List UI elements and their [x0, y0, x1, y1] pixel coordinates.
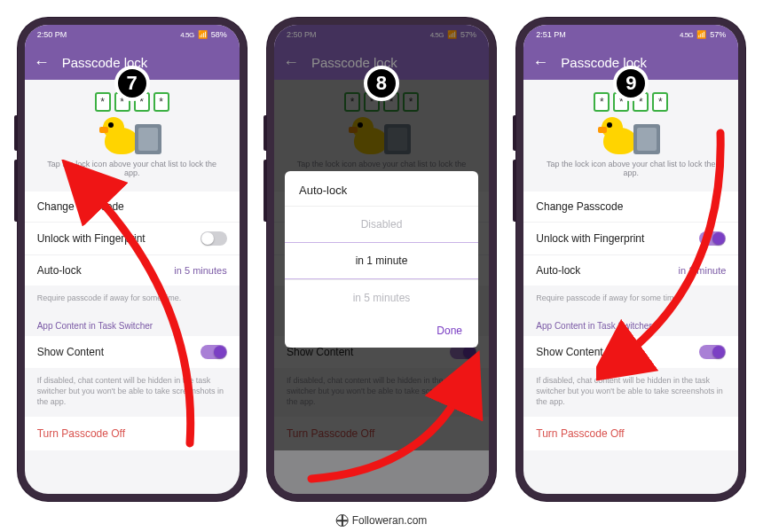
show-content-subtext: If disabled, chat content will be hidden… [25, 368, 240, 416]
autolock-dialog: Auto-lock Disabled in 1 minute in 5 minu… [285, 171, 478, 348]
autolock-row[interactable]: Auto-lock in 5 minutes [25, 255, 240, 286]
step-badge: 7 [114, 66, 150, 101]
show-content-toggle[interactable] [699, 345, 726, 359]
autolock-value: in 1 minute [679, 265, 727, 276]
dialog-done-button[interactable]: Done [285, 316, 478, 348]
autolock-subtext: Require passcode if away for some time. [25, 286, 240, 312]
dialog-option-disabled[interactable]: Disabled [285, 206, 478, 242]
fingerprint-row[interactable]: Unlock with Fingerprint [523, 223, 738, 255]
fingerprint-toggle[interactable] [201, 231, 227, 246]
phone-step-8: 8 2:50 PM 4.5G📶57% ← Passcode lock **** … [267, 18, 496, 501]
autolock-value: in 5 minutes [174, 265, 226, 276]
change-passcode-row[interactable]: Change Passcode [523, 192, 738, 223]
phone-step-9: 9 2:51 PM 4.5G📶57% ← Passcode lock **** … [516, 18, 745, 501]
hero-hint: Tap the lock icon above your chat list t… [34, 154, 231, 186]
fingerprint-toggle[interactable] [699, 231, 726, 246]
change-passcode-row[interactable]: Change Passcode [25, 192, 240, 223]
show-content-row[interactable]: Show Content [523, 336, 738, 368]
show-content-toggle[interactable] [201, 345, 227, 359]
dialog-title: Auto-lock [285, 171, 478, 206]
turn-off-row[interactable]: Turn Passcode Off [25, 417, 240, 450]
status-bar: 2:50 PM 4.5G📶58% [25, 25, 240, 44]
clock: 2:51 PM [536, 30, 566, 39]
section-header: App Content in Task Switcher [25, 312, 240, 336]
turn-off-row[interactable]: Turn Passcode Off [523, 417, 738, 450]
step-badge: 9 [613, 66, 649, 101]
clock: 2:50 PM [37, 30, 67, 39]
phone-step-7: 7 2:50 PM 4.5G📶58% ← Passcode lock * * *… [18, 18, 247, 501]
dialog-option-1min[interactable]: in 1 minute [285, 242, 478, 279]
show-content-row[interactable]: Show Content [25, 336, 240, 368]
back-icon[interactable]: ← [532, 53, 548, 72]
safe-icon [135, 124, 161, 154]
step-badge: 8 [364, 66, 399, 101]
globe-icon [336, 514, 349, 527]
back-icon[interactable]: ← [34, 53, 50, 72]
status-bar: 2:51 PM 4.5G📶57% [523, 25, 738, 44]
watermark: Followeran.com [336, 514, 428, 527]
autolock-row[interactable]: Auto-lock in 1 minute [523, 255, 738, 286]
fingerprint-row[interactable]: Unlock with Fingerprint [25, 223, 240, 255]
battery-text: 58% [211, 30, 227, 39]
dialog-option-5min[interactable]: in 5 minutes [285, 279, 478, 316]
